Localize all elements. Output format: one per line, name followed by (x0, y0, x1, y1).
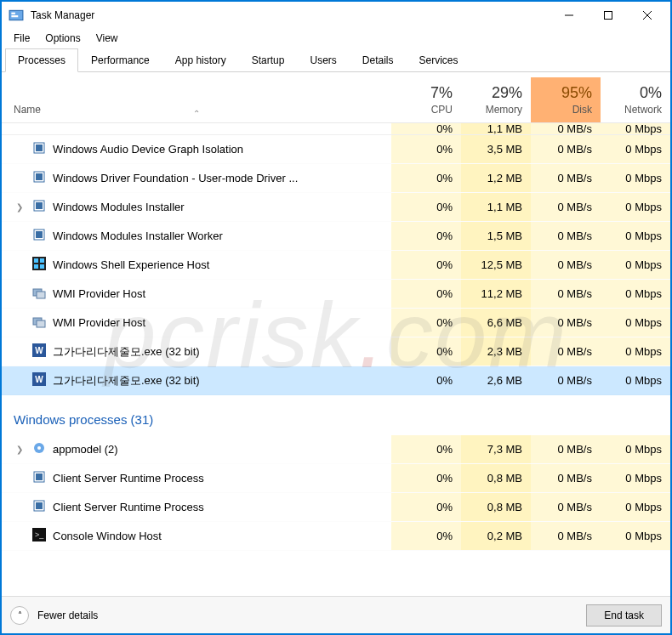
tab-startup[interactable]: Startup (239, 48, 298, 72)
cpu-cell: 0% (391, 193, 461, 221)
cpu-cell: 0% (391, 522, 461, 550)
process-icon (32, 315, 46, 331)
process-row[interactable]: W 그가다리다제줄모.exe (32 bit) 0% 2,3 MB 0 MB/s… (2, 337, 670, 366)
disk-label: Disk (531, 104, 592, 116)
menu-view[interactable]: View (89, 31, 125, 46)
memory-cell: 12,5 MB (461, 251, 531, 279)
cpu-cell: 0% (391, 337, 461, 366)
process-row[interactable]: Client Server Runtime Process 0% 0,8 MB … (2, 464, 670, 493)
tab-processes[interactable]: Processes (5, 48, 78, 72)
disk-cell: 0 MB/s (531, 251, 601, 279)
menu-file[interactable]: File (7, 31, 37, 46)
process-row[interactable]: Windows Driver Foundation - User-mode Dr… (2, 164, 670, 193)
cpu-cell: 0% (391, 366, 461, 394)
process-name-cell: Client Server Runtime Process (2, 470, 391, 486)
svg-text:>_: >_ (35, 530, 44, 539)
col-name-label: Name (14, 104, 41, 116)
process-name-cell: Windows Driver Foundation - User-mode Dr… (2, 170, 391, 186)
end-task-button[interactable]: End task (586, 604, 662, 626)
tab-users[interactable]: Users (297, 48, 349, 72)
process-name: Windows Shell Experience Host (53, 258, 209, 271)
svg-rect-33 (36, 502, 43, 509)
memory-cell: 1,1 MB (461, 123, 531, 134)
process-row[interactable]: ❯ Windows Modules Installer 0% 1,1 MB 0 … (2, 193, 670, 222)
network-cell: 0 Mbps (601, 222, 670, 250)
network-cell: 0 Mbps (601, 164, 670, 192)
expand-icon[interactable]: ❯ (14, 202, 26, 212)
process-name: Client Server Runtime Process (53, 501, 204, 513)
svg-rect-18 (34, 264, 38, 269)
tab-services[interactable]: Services (407, 48, 471, 72)
process-row[interactable]: WMI Provider Host 0% 6,6 MB 0 MB/s 0 Mbp… (2, 309, 670, 337)
process-row[interactable]: >_ Console Window Host 0% 0,2 MB 0 MB/s … (2, 522, 670, 551)
col-name[interactable]: ⌃ Name (2, 104, 391, 122)
tab-performance[interactable]: Performance (78, 48, 162, 72)
disk-cell: 0 MB/s (531, 193, 601, 221)
process-name: 그가다리다제줄모.exe (32 bit) (53, 344, 200, 360)
footer: ˄ Fewer details End task (2, 596, 670, 633)
network-cell: 0 Mbps (601, 366, 670, 394)
process-icon (32, 286, 46, 302)
minimize-button[interactable] (550, 2, 589, 29)
memory-label: Memory (461, 104, 522, 116)
col-network[interactable]: 0% Network (601, 77, 670, 122)
maximize-button[interactable] (589, 2, 628, 29)
network-cell: 0 Mbps (601, 193, 670, 221)
svg-rect-21 (37, 292, 45, 298)
process-name-cell: ❯ appmodel (2) (2, 441, 391, 457)
memory-cell: 6,6 MB (461, 309, 531, 337)
process-name-cell: >_ Console Window Host (2, 528, 391, 544)
network-cell: 0 Mbps (601, 435, 670, 463)
disk-cell: 0 MB/s (531, 280, 601, 308)
col-disk[interactable]: 95% Disk (531, 77, 601, 122)
svg-rect-12 (36, 202, 43, 209)
process-name: Windows Modules Installer Worker (53, 230, 223, 242)
svg-rect-23 (37, 320, 45, 327)
disk-cell: 0 MB/s (531, 464, 601, 492)
memory-cell: 2,6 MB (461, 366, 531, 394)
process-row[interactable]: Windows Shell Experience Host 0% 12,5 MB… (2, 251, 670, 280)
titlebar[interactable]: Task Manager (2, 2, 670, 29)
process-name: Windows Audio Device Graph Isolation (53, 143, 243, 156)
memory-cell: 3,5 MB (461, 135, 531, 163)
process-row[interactable]: Windows Audio Device Graph Isolation 0% … (2, 135, 670, 164)
cpu-cell: 0% (391, 135, 461, 163)
process-row[interactable]: Client Server Runtime Process 0% 0,8 MB … (2, 493, 670, 522)
memory-cell: 11,2 MB (461, 280, 531, 308)
col-cpu[interactable]: 7% CPU (391, 77, 461, 122)
process-name-cell: ❯ Windows Modules Installer (2, 199, 391, 215)
process-name-cell: Windows Audio Device Graph Isolation (2, 141, 391, 157)
memory-cell: 7,3 MB (461, 435, 531, 463)
disk-cell: 0 MB/s (531, 135, 601, 163)
network-cell: 0 Mbps (601, 309, 670, 337)
network-cell: 0 Mbps (601, 522, 670, 550)
svg-rect-4 (605, 12, 612, 20)
fewer-details-label: Fewer details (37, 609, 98, 621)
process-row[interactable]: W 그가다리다제줄모.exe (32 bit) 0% 2,6 MB 0 MB/s… (2, 366, 670, 395)
network-cell: 0 Mbps (601, 337, 670, 366)
network-label: Network (601, 104, 662, 116)
process-name-cell: Windows Shell Experience Host (2, 257, 391, 273)
process-icon (32, 470, 46, 486)
tab-app-history[interactable]: App history (162, 48, 239, 72)
process-name-cell: Client Server Runtime Process (2, 499, 391, 515)
svg-rect-8 (36, 145, 43, 151)
process-row[interactable]: WMI Provider Host 0% 11,2 MB 0 MB/s 0 Mb… (2, 280, 670, 309)
process-icon (32, 257, 46, 273)
process-row[interactable]: Windows Modules Installer Worker 0% 1,5 … (2, 222, 670, 251)
process-row[interactable]: ❯ appmodel (2) 0% 7,3 MB 0 MB/s 0 Mbps (2, 435, 670, 464)
process-name: WMI Provider Host (53, 316, 145, 329)
process-row[interactable]: 0% 1,1 MB 0 MB/s 0 Mbps (2, 123, 670, 135)
sort-indicator-icon: ⌃ (193, 109, 200, 118)
menubar: File Options View (2, 29, 670, 48)
menu-options[interactable]: Options (38, 31, 87, 46)
group-windows-processes[interactable]: Windows processes (31) (2, 395, 670, 435)
tab-details[interactable]: Details (350, 48, 407, 72)
fewer-details[interactable]: ˄ Fewer details (10, 606, 586, 625)
col-memory[interactable]: 29% Memory (461, 77, 531, 122)
expand-icon[interactable]: ❯ (14, 445, 26, 454)
cpu-cell: 0% (391, 251, 461, 279)
close-button[interactable] (628, 2, 667, 29)
process-rows[interactable]: 0% 1,1 MB 0 MB/s 0 Mbps Windows Audio De… (2, 123, 670, 596)
disk-cell: 0 MB/s (531, 309, 601, 337)
